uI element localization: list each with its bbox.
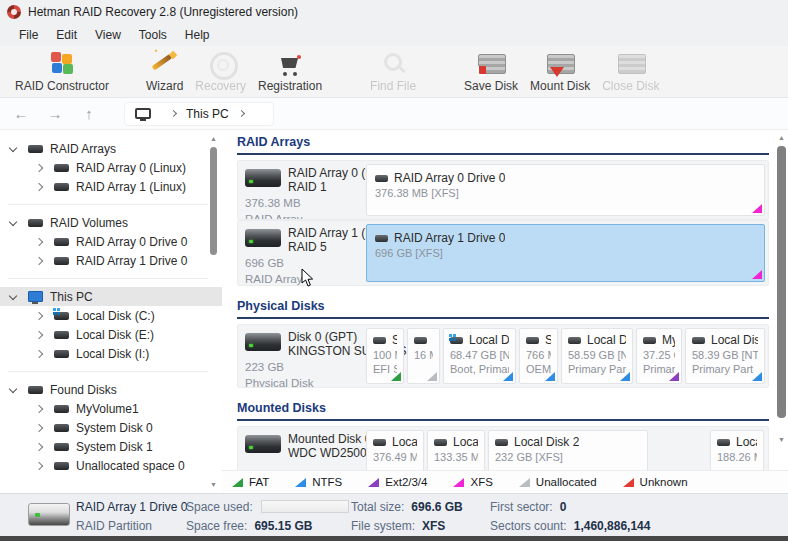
tree-item[interactable]: RAID Array 0 (Linux)	[0, 158, 222, 177]
chevron-icon[interactable]	[36, 406, 52, 412]
raid-level: RAID 1	[288, 180, 363, 194]
chevron-icon[interactable]	[10, 221, 26, 225]
chevron-icon[interactable]	[36, 351, 52, 357]
disk-size: 223 GB	[245, 360, 363, 374]
raid-drive-bar[interactable]: RAID Array 1 Drive 0 696 GB [XFS]	[366, 224, 765, 282]
scrollbar-thumb[interactable]	[210, 147, 217, 255]
address-path[interactable]: This PC	[124, 102, 274, 126]
drive-icon	[28, 145, 43, 153]
tree-item[interactable]: RAID Arrays	[0, 139, 222, 158]
toolbar-button[interactable]: Wizard	[140, 47, 189, 97]
drive-icon	[373, 337, 386, 344]
tree-item[interactable]: System Disk 1	[0, 437, 222, 456]
tree-item[interactable]: Local Disk (I:)	[0, 344, 222, 363]
partition-box[interactable]: Local Disk 58.59 GB [NTF Primary Part	[561, 328, 633, 384]
partition-box[interactable]: Local Dis 188.26 MB	[710, 430, 764, 470]
partition-box[interactable]: MyVolu 37.25 GB [E Primary P	[636, 328, 682, 384]
partition-name: Local Dis	[392, 435, 417, 449]
chevron-icon[interactable]	[36, 239, 52, 245]
total-size-label: Total size:	[351, 500, 404, 514]
tree-item[interactable]: RAID Volumes	[0, 213, 222, 232]
tree-item[interactable]	[8, 278, 208, 279]
toolbar-button[interactable]: Find File	[364, 47, 422, 97]
tree-item[interactable]: RAID Array 1 Drive 0	[0, 251, 222, 270]
chevron-icon[interactable]	[10, 295, 26, 299]
scroll-down-icon[interactable]: ▼	[208, 479, 219, 490]
menu-item[interactable]: Edit	[47, 26, 86, 44]
tree-item-label: Local Disk (I:)	[76, 347, 149, 361]
space-free-value: 695.15 GB	[254, 519, 312, 533]
drive-icon	[414, 337, 427, 344]
tree-item[interactable]: RAID Array 0 Drive 0	[0, 232, 222, 251]
tree-item[interactable]: RAID Array 1 (Linux)	[0, 177, 222, 196]
physical-disk-card[interactable]: Disk 0 (GPT) KINGSTON SUV300S 223 GB Phy…	[241, 328, 363, 384]
mounted-disk-card[interactable]: Mounted Disk 0 (ME WDC WD2500AAJB-	[241, 430, 363, 470]
partition-box[interactable]: Sy 766 M OEM	[519, 328, 558, 384]
raid-drive-bar[interactable]: RAID Array 0 Drive 0 376.38 MB [XFS]	[366, 164, 765, 216]
partition-box[interactable]: Local Disk ( 68.47 GB [NTFS Boot, Primar…	[443, 328, 516, 384]
toolbar-icon	[545, 50, 575, 78]
tree-item[interactable]: Unallocated space 0	[0, 456, 222, 475]
menu-item[interactable]: File	[10, 26, 47, 44]
toolbar-button[interactable]: RAID Constructor	[6, 47, 118, 97]
toolbar-label: Mount Disk	[530, 79, 590, 93]
chevron-right-icon	[170, 110, 177, 117]
partition-name: Local Dis	[453, 435, 478, 449]
chevron-icon[interactable]	[36, 184, 52, 190]
sidebar-scrollbar[interactable]: ▲ ▼	[208, 133, 219, 490]
drive-icon	[526, 337, 539, 344]
tree-item[interactable]: Local Disk (E:)	[0, 325, 222, 344]
chevron-icon[interactable]	[36, 313, 52, 319]
chevron-icon[interactable]	[10, 388, 26, 392]
partition-box[interactable]: Local Dis 133.35 MB	[427, 430, 485, 470]
raid-array-card[interactable]: RAID Array 0 (Linux) RAID 1 376.38 MB RA…	[241, 164, 363, 216]
file-system-value: XFS	[422, 519, 445, 533]
tree-item[interactable]: Found Disks	[0, 380, 222, 399]
drive-icon	[434, 439, 447, 446]
chevron-icon[interactable]	[36, 258, 52, 264]
breadcrumb-location[interactable]: This PC	[186, 107, 229, 121]
legend-item: NTFS	[295, 476, 342, 488]
chevron-icon[interactable]	[36, 332, 52, 338]
toolbar-button[interactable]: Close Disk	[596, 47, 665, 97]
scroll-up-icon[interactable]: ▲	[208, 133, 219, 144]
scroll-down-icon[interactable]: ▼	[775, 434, 788, 445]
fs-xfs-triangle	[752, 270, 762, 279]
chevron-icon[interactable]	[36, 425, 52, 431]
tree-item[interactable]: MyVolume1	[0, 399, 222, 418]
legend-label: NTFS	[312, 476, 342, 488]
partition-box[interactable]: Local Disk 2 232 GB [XFS]	[488, 430, 648, 470]
partition-box[interactable]: Un 16 MB	[407, 328, 440, 384]
tree-item[interactable]: This PC	[0, 287, 222, 306]
tree-item[interactable]: Local Disk (C:)	[0, 306, 222, 325]
partition-box[interactable]: Local Dis 376.49 MB [X	[366, 430, 424, 470]
menu-item[interactable]: View	[86, 26, 130, 44]
raid-array-card[interactable]: RAID Array 1 (Linux) RAID 5 696 GB RAID …	[241, 224, 363, 282]
partition-box[interactable]: Local Disk 58.39 GB [NTF Primary Part	[685, 328, 765, 384]
chevron-right-icon[interactable]	[238, 110, 245, 117]
chevron-icon[interactable]	[36, 165, 52, 171]
partition-box[interactable]	[651, 430, 707, 470]
toolbar-button[interactable]: Recovery	[189, 47, 252, 97]
drive-icon	[375, 235, 388, 242]
raid-array-size: 696 GB	[245, 256, 363, 270]
scroll-up-icon[interactable]: ▲	[775, 132, 788, 143]
toolbar-button[interactable]: Mount Disk	[524, 47, 596, 97]
tree-item[interactable]	[8, 204, 208, 205]
scrollbar-thumb[interactable]	[777, 146, 786, 418]
back-button[interactable]: ←	[8, 102, 34, 126]
toolbar-button[interactable]: Save Disk	[458, 47, 524, 97]
menu-item[interactable]: Help	[176, 26, 219, 44]
disk-kind: Physical Disk	[245, 376, 363, 388]
partition-box[interactable]: Sy 100 M EFI S	[366, 328, 404, 384]
main-scrollbar[interactable]: ▲ ▼	[775, 132, 788, 445]
chevron-icon[interactable]	[36, 463, 52, 469]
tree-item[interactable]: System Disk 0	[0, 418, 222, 437]
chevron-icon[interactable]	[10, 147, 26, 151]
menu-item[interactable]: Tools	[130, 26, 176, 44]
forward-button[interactable]: →	[42, 102, 68, 126]
toolbar-button[interactable]: Registration	[252, 47, 328, 97]
chevron-icon[interactable]	[36, 444, 52, 450]
up-button[interactable]: ↑	[76, 102, 102, 126]
tree-item[interactable]	[8, 371, 208, 372]
